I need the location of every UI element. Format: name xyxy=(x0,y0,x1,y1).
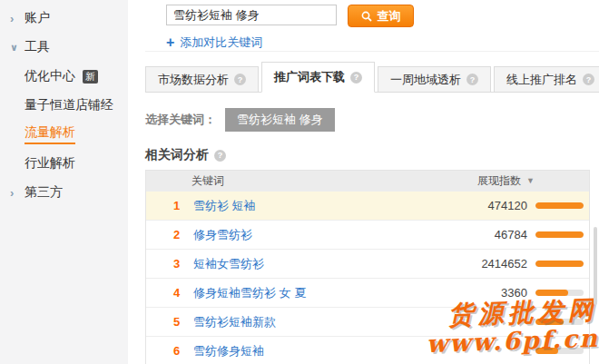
rank-cell: 1 xyxy=(173,199,193,212)
section-title-row: 相关词分析 ? xyxy=(145,147,226,163)
keyword-filter-row: 选择关键词： 雪纺衫短袖 修身 xyxy=(145,108,335,132)
new-badge: 新 xyxy=(83,70,98,84)
rank-cell: 3 xyxy=(173,257,193,271)
column-header-label: 展现指数 xyxy=(477,173,521,189)
impression-index-value: 3360 xyxy=(458,286,527,300)
sidebar-item-label: 行业解析 xyxy=(25,155,75,172)
filter-label: 选择关键词： xyxy=(145,112,216,128)
sidebar-item-account[interactable]: › 账户 xyxy=(0,4,128,33)
add-compare-keyword-label: 添加对比关键词 xyxy=(180,34,262,51)
rank-cell: 2 xyxy=(173,228,193,241)
table-row: 4 修身短袖雪纺衫 女 夏 3360 xyxy=(146,278,589,307)
sidebar-item-tools[interactable]: ∨ 工具 xyxy=(0,33,128,62)
impression-index-value: 46784 xyxy=(458,228,527,241)
sort-desc-icon[interactable]: ▼ xyxy=(526,176,535,185)
query-button[interactable]: 查询 xyxy=(348,5,414,27)
help-icon[interactable]: ? xyxy=(234,74,246,85)
impression-index-bar xyxy=(535,319,584,325)
traffic-analysis-app: › 账户 ∨ 工具 优化中心 新 量子恒道店铺经 流量解析 行业解析 › 第三方 xyxy=(0,0,599,364)
sidebar-item-label: 工具 xyxy=(25,39,50,55)
selected-keyword-tag[interactable]: 雪纺衫短袖 修身 xyxy=(225,108,335,132)
impression-index-bar xyxy=(535,202,584,209)
query-button-label: 查询 xyxy=(378,8,401,25)
impression-index-bar xyxy=(535,348,584,354)
keyword-link[interactable]: 修身雪纺衫 xyxy=(193,227,252,243)
plus-icon: + xyxy=(166,36,174,49)
tab-online-promotion-ranking[interactable]: 线上推广排名 ? xyxy=(494,66,599,92)
impression-index-bar xyxy=(535,261,584,267)
scrollbar-thumb[interactable] xyxy=(594,227,597,305)
table-row: 1 雪纺衫 短袖 474120 xyxy=(146,191,589,220)
table-header: 关键词 展现指数 ▼ xyxy=(146,171,589,191)
chevron-right-icon: › xyxy=(10,186,25,200)
keyword-search-input[interactable] xyxy=(166,5,337,25)
table-row: 3 短袖女雪纺衫 2414652 xyxy=(146,249,589,278)
keyword-link[interactable]: 修身短袖雪纺衫 女 夏 xyxy=(193,285,306,301)
sidebar: › 账户 ∨ 工具 优化中心 新 量子恒道店铺经 流量解析 行业解析 › 第三方 xyxy=(0,0,128,364)
rank-cell: 4 xyxy=(173,286,193,300)
tab-promotion-wordlist-download[interactable]: 推广词表下载 ? xyxy=(261,62,375,93)
column-header-impression-index[interactable]: 展现指数 ▼ xyxy=(477,173,589,189)
header-divider xyxy=(145,51,599,52)
sidebar-item-label: 第三方 xyxy=(25,184,63,201)
tab-label: 一周地域透析 xyxy=(390,72,461,88)
tab-label: 线上推广排名 xyxy=(506,72,577,88)
sidebar-item-traffic-analysis[interactable]: 流量解析 xyxy=(0,120,128,149)
sidebar-item-label: 优化中心 xyxy=(25,68,75,84)
tab-label: 推广词表下载 xyxy=(274,69,345,85)
help-icon[interactable]: ? xyxy=(583,74,594,85)
sidebar-item-third-party[interactable]: › 第三方 xyxy=(0,178,128,207)
sidebar-item-label: 流量解析 xyxy=(25,124,75,144)
tab-label: 市场数据分析 xyxy=(158,72,229,88)
add-compare-keyword-link[interactable]: + 添加对比关键词 xyxy=(166,34,262,51)
keyword-link[interactable]: 短袖女雪纺衫 xyxy=(193,256,264,272)
section-title: 相关词分析 xyxy=(145,147,209,163)
sidebar-item-label: 账户 xyxy=(25,10,50,26)
sidebar-item-label: 量子恒道店铺经 xyxy=(25,97,113,113)
help-icon[interactable]: ? xyxy=(214,150,226,162)
related-keywords-table: 关键词 展现指数 ▼ 1 雪纺衫 短袖 474120 2 修身雪纺衫 46784… xyxy=(145,170,590,364)
keyword-link[interactable]: 雪纺修身短袖 xyxy=(193,343,264,359)
sidebar-item-quantum-shop[interactable]: 量子恒道店铺经 xyxy=(0,91,128,120)
help-icon[interactable]: ? xyxy=(350,72,362,84)
keyword-link[interactable]: 雪纺衫 短袖 xyxy=(193,198,256,214)
chevron-down-icon: ∨ xyxy=(10,42,25,54)
sidebar-item-industry-analysis[interactable]: 行业解析 xyxy=(0,149,128,178)
table-row: 6 雪纺修身短袖 xyxy=(146,336,589,364)
search-icon xyxy=(361,11,372,22)
tab-weekly-region-analysis[interactable]: 一周地域透析 ? xyxy=(378,66,491,92)
tab-market-data-analysis[interactable]: 市场数据分析 ? xyxy=(145,66,259,92)
help-icon[interactable]: ? xyxy=(466,74,478,85)
impression-index-bar xyxy=(535,290,584,296)
column-header-keyword: 关键词 xyxy=(191,173,224,189)
rank-cell: 5 xyxy=(173,315,193,329)
keyword-link[interactable]: 雪纺衫短袖新款 xyxy=(193,314,276,330)
table-row: 5 雪纺衫短袖新款 xyxy=(146,307,589,336)
chevron-right-icon: › xyxy=(10,12,25,25)
rank-cell: 6 xyxy=(173,344,193,358)
table-row: 2 修身雪纺衫 46784 xyxy=(146,220,589,249)
sidebar-item-optimization-center[interactable]: 优化中心 新 xyxy=(0,62,128,91)
impression-index-value: 2414652 xyxy=(458,257,527,271)
tab-bar: 市场数据分析 ? 推广词表下载 ? 一周地域透析 ? 线上推广排名 ? xyxy=(145,64,599,93)
impression-index-value: 474120 xyxy=(458,199,527,212)
impression-index-bar xyxy=(535,231,584,238)
